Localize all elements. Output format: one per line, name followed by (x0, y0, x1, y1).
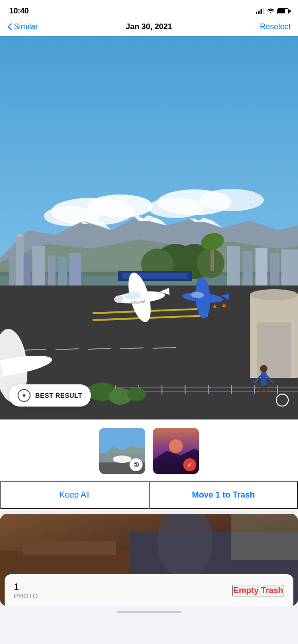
svg-point-5 (148, 198, 204, 218)
selection-circle[interactable] (276, 394, 289, 407)
svg-rect-20 (17, 234, 23, 237)
thumbnail-sunset[interactable]: ✓ (153, 428, 199, 474)
lower-card: 1 PHOTO Empty Trash (0, 514, 298, 606)
svg-rect-18 (69, 253, 81, 286)
nav-bar: Similar Jan 30, 2021 Reselect (0, 18, 298, 36)
svg-rect-19 (16, 235, 24, 286)
svg-rect-22 (242, 251, 253, 286)
reselect-button[interactable]: Reselect (260, 22, 291, 31)
best-result-label: BEST RESULT (35, 392, 82, 399)
status-icons (256, 8, 289, 15)
home-bar (117, 611, 181, 613)
svg-rect-75 (261, 372, 267, 386)
svg-point-3 (44, 206, 99, 226)
page-title: Jan 30, 2021 (126, 22, 172, 31)
wifi-icon (267, 8, 274, 15)
status-bar: 10:40 (0, 0, 298, 18)
thumbnail-row: ① ✓ (0, 419, 298, 480)
svg-rect-98 (231, 514, 298, 560)
thumbnail-airport[interactable]: ① (99, 428, 145, 474)
back-label: Similar (14, 22, 38, 31)
svg-rect-23 (255, 248, 267, 286)
trash-count: 1 PHOTO (14, 582, 38, 600)
empty-trash-button[interactable]: Empty Trash (232, 585, 284, 596)
svg-point-84 (127, 387, 146, 401)
main-card: N353MV N91929 (0, 36, 298, 509)
svg-rect-25 (281, 249, 298, 286)
trash-number: 1 (14, 582, 38, 592)
lower-photo: 1 PHOTO Empty Trash (0, 514, 298, 606)
trash-photo-label: PHOTO (14, 592, 38, 600)
svg-rect-15 (32, 246, 45, 286)
svg-point-6 (199, 189, 264, 211)
home-indicator (0, 606, 298, 616)
best-result-badge: BEST RESULT (9, 384, 91, 407)
svg-point-89 (113, 456, 131, 463)
svg-rect-95 (23, 541, 116, 555)
svg-point-74 (260, 365, 267, 372)
best-result-icon (18, 389, 31, 402)
svg-point-72 (250, 289, 298, 300)
status-time: 10:40 (9, 6, 29, 16)
svg-rect-17 (58, 257, 67, 286)
thumb1-badge: ① (130, 458, 143, 471)
thumb2-badge: ✓ (183, 458, 196, 471)
svg-rect-21 (227, 246, 240, 286)
signal-icon (256, 8, 264, 14)
back-button[interactable]: Similar (7, 22, 38, 31)
svg-rect-24 (270, 253, 279, 286)
svg-point-92 (169, 439, 183, 453)
photo-container: N353MV N91929 (0, 36, 298, 419)
svg-rect-16 (48, 255, 56, 286)
trash-info-bar: 1 PHOTO Empty Trash (5, 574, 293, 606)
move-to-trash-button[interactable]: Move 1 to Trash (149, 481, 298, 509)
battery-icon (277, 8, 289, 14)
action-row: Keep All Move 1 to Trash (0, 480, 298, 509)
keep-all-button[interactable]: Keep All (0, 481, 149, 509)
